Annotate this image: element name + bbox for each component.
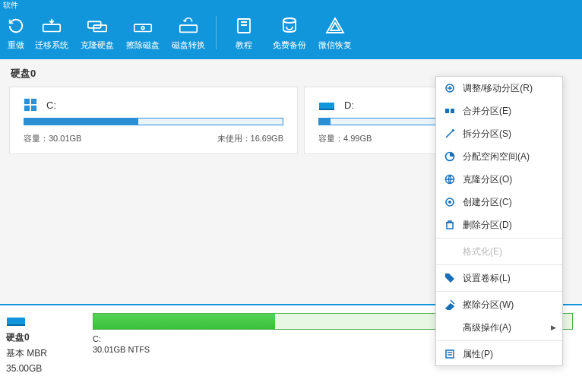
properties-icon [444, 349, 455, 360]
drive-arrow-icon [41, 15, 62, 36]
create-icon [444, 197, 455, 208]
wechat-recover-button[interactable]: 微信恢复 [312, 10, 358, 55]
ctx-clone[interactable]: 克隆分区(O) [436, 168, 562, 191]
partition-card-c[interactable]: C: 容量：30.01GB 未使用：16.69GB [9, 87, 298, 154]
redo-button[interactable]: 重做 [3, 10, 29, 55]
ctx-delete[interactable]: 删除分区(D) [436, 213, 562, 236]
chevron-right-icon: ▶ [551, 324, 556, 331]
svg-point-7 [283, 18, 296, 23]
globe-icon [444, 174, 455, 185]
usage-bar-c [24, 118, 283, 125]
ctx-split[interactable]: 拆分分区(S) [436, 122, 562, 145]
ctx-separator [436, 264, 562, 265]
tutorial-button[interactable]: 教程 [221, 10, 267, 55]
svg-rect-0 [43, 24, 60, 31]
free-backup-button[interactable]: 免费备份 [267, 10, 312, 55]
merge-icon [444, 106, 455, 117]
clone-disk-button[interactable]: 克隆硬盘 [74, 10, 120, 55]
ctx-label[interactable]: 设置卷标(L) [436, 267, 562, 289]
book-icon [233, 15, 255, 36]
title-bar: 软件 [0, 0, 582, 6]
ctx-allocate[interactable]: 分配空闲空间(A) [436, 145, 562, 168]
ctx-wipe[interactable]: 擦除分区(W) [436, 293, 562, 316]
ctx-properties[interactable]: 属性(P) [436, 343, 562, 365]
ctx-separator [436, 291, 562, 292]
ctx-merge[interactable]: 合并分区(E) [436, 100, 562, 122]
split-icon [444, 128, 455, 140]
broom-icon [444, 299, 455, 311]
ctx-separator [436, 340, 562, 341]
ctx-format: 格式化(E) [436, 240, 562, 263]
ctx-separator [436, 238, 562, 239]
db-refresh-icon [279, 15, 300, 36]
svg-point-4 [141, 26, 144, 29]
svg-rect-8 [24, 99, 30, 104]
triangle-icon [324, 15, 346, 36]
drive-c-name: C: [46, 100, 56, 111]
resize-icon [444, 83, 455, 94]
hdd-icon [318, 98, 335, 112]
svg-rect-13 [319, 109, 334, 110]
trash-icon [444, 220, 455, 231]
svg-rect-10 [24, 106, 30, 111]
toolbar: 重做 迁移系统 克隆硬盘 擦除磁盘 磁盘转换 教程 免费备份 微信恢复 [0, 6, 582, 59]
svg-point-20 [448, 201, 451, 204]
capacity-c: 容量：30.01GB [24, 133, 81, 144]
svg-rect-21 [447, 223, 453, 229]
drive-cycle-icon [178, 15, 199, 36]
drives-icon [87, 15, 108, 36]
hdd-summary-icon [6, 313, 26, 328]
capacity-d: 容量：4.99GB [318, 133, 372, 144]
drive-d-name: D: [344, 100, 354, 111]
context-menu: 调整/移动分区(R) 合并分区(E) 拆分分区(S) 分配空闲空间(A) 克隆分… [435, 76, 563, 366]
windows-icon [24, 98, 37, 112]
svg-rect-11 [31, 106, 36, 111]
svg-rect-22 [446, 350, 454, 358]
disk-summary-pane: 硬盘0 基本 MBR 35.00GB [0, 305, 84, 392]
svg-rect-3 [134, 24, 151, 31]
disk-summary-name: 硬盘0 [6, 331, 30, 344]
svg-rect-24 [7, 324, 25, 326]
convert-disk-button[interactable]: 磁盘转换 [166, 10, 211, 55]
svg-rect-5 [180, 25, 197, 32]
svg-rect-16 [451, 109, 454, 113]
disk-summary-size: 35.00GB [6, 363, 42, 374]
drive-wipe-icon [132, 15, 153, 36]
wipe-disk-button[interactable]: 擦除磁盘 [120, 10, 166, 55]
toolbar-separator [216, 16, 217, 49]
unused-c: 未使用：16.69GB [217, 133, 283, 144]
svg-rect-15 [445, 109, 449, 113]
tag-icon [444, 273, 455, 284]
migrate-os-button[interactable]: 迁移系统 [29, 10, 74, 55]
svg-rect-9 [31, 99, 36, 104]
redo-icon [5, 15, 27, 36]
ctx-resize-move[interactable]: 调整/移动分区(R) [436, 77, 562, 100]
svg-rect-6 [238, 19, 250, 33]
ctx-create[interactable]: 创建分区(C) [436, 191, 562, 213]
redo-label: 重做 [8, 40, 24, 51]
disk-summary-type: 基本 MBR [6, 347, 47, 360]
ctx-advanced[interactable]: 高级操作(A)▶ [436, 316, 562, 339]
pie-icon [444, 151, 455, 163]
